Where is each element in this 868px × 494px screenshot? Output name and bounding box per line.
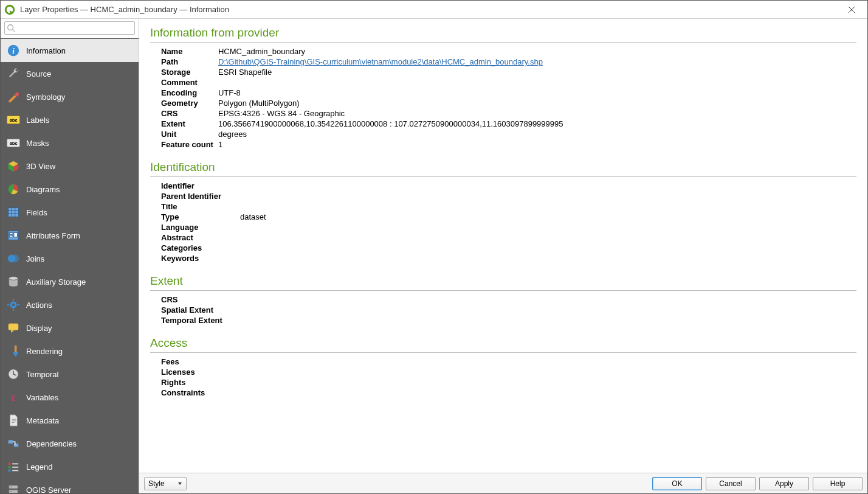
row-language: Language <box>161 222 271 232</box>
sidebar-item-label: Rendering <box>26 347 63 356</box>
svg-point-48 <box>10 487 12 488</box>
row-keywords: Keywords <box>161 253 271 263</box>
content-scroll[interactable]: Information from provider NameHCMC_admin… <box>139 19 867 473</box>
sidebar-item-variables[interactable]: ε Variables <box>1 386 139 409</box>
sidebar-item-temporal[interactable]: Temporal <box>1 363 139 386</box>
access-table: Fees Licenses Rights Constraints <box>161 357 245 398</box>
sidebar-item-legend[interactable]: Legend <box>1 455 139 478</box>
sidebar-item-symbology[interactable]: Symbology <box>1 85 139 108</box>
svg-point-22 <box>9 277 18 280</box>
sidebar-item-label: Information <box>26 46 66 55</box>
sidebar-item-information[interactable]: i Information <box>1 39 139 62</box>
epsilon-icon: ε <box>7 391 20 404</box>
legend-icon <box>7 460 20 473</box>
dialog-window: Layer Properties — HCMC_admin_boundary —… <box>0 0 868 494</box>
sidebar-item-fields[interactable]: Fields <box>1 201 139 224</box>
gear-icon <box>7 298 20 311</box>
section-title-identification: Identification <box>150 161 856 177</box>
sidebar-item-auxiliary-storage[interactable]: Auxiliary Storage <box>1 270 139 293</box>
cancel-button[interactable]: Cancel <box>706 477 756 490</box>
row-abstract: Abstract <box>161 232 271 243</box>
value <box>218 77 568 88</box>
value <box>240 243 271 253</box>
svg-rect-38 <box>9 440 13 444</box>
label: Spatial Extent <box>161 305 240 315</box>
sidebar-item-label: Metadata <box>26 416 59 425</box>
sidebar-item-label: Masks <box>26 139 49 148</box>
label: Type <box>161 212 240 222</box>
row-parent-identifier: Parent Identifier <box>161 191 271 201</box>
label: Name <box>161 46 218 57</box>
masks-icon: abc <box>7 136 20 150</box>
sidebar-item-3dview[interactable]: 3D View <box>1 155 139 178</box>
label: Constraints <box>161 388 240 398</box>
label: Identifier <box>161 181 240 191</box>
search-input[interactable] <box>4 21 135 35</box>
style-dropdown[interactable]: Style <box>144 477 187 490</box>
label: Parent Identifier <box>161 191 240 201</box>
svg-point-20 <box>11 255 19 263</box>
sidebar-item-label: Auxiliary Storage <box>26 277 86 287</box>
sidebar-item-diagrams[interactable]: Diagrams <box>1 178 139 201</box>
value: 1 <box>218 139 568 150</box>
row-temporal-extent: Temporal Extent <box>161 315 245 325</box>
row-geometry: GeometryPolygon (MultiPolygon) <box>161 98 568 108</box>
svg-line-5 <box>13 30 15 32</box>
path-link[interactable]: D:\Github\QGIS-Training\GIS-curriculum\v… <box>218 57 543 66</box>
row-path: PathD:\Github\QGIS-Training\GIS-curricul… <box>161 57 568 67</box>
value: D:\Github\QGIS-Training\GIS-curriculum\v… <box>218 57 568 67</box>
label: Categories <box>161 243 240 253</box>
label: Feature count <box>161 139 218 150</box>
value <box>240 294 245 305</box>
label: Unit <box>161 129 218 139</box>
label: Geometry <box>161 98 218 108</box>
label: Path <box>161 57 218 67</box>
row-type: Typedataset <box>161 212 271 222</box>
dialog-body: i Information Source Symbology abc Label… <box>1 19 867 493</box>
sidebar-item-actions[interactable]: Actions <box>1 293 139 316</box>
close-button[interactable] <box>839 1 864 18</box>
ok-button[interactable]: OK <box>652 477 702 490</box>
row-spatial-extent: Spatial Extent <box>161 305 245 315</box>
svg-rect-47 <box>9 490 18 493</box>
label: CRS <box>161 108 218 119</box>
svg-rect-27 <box>17 304 19 305</box>
content-area: Information from provider NameHCMC_admin… <box>139 19 867 493</box>
sidebar-item-dependencies[interactable]: Dependencies <box>1 432 139 455</box>
svg-rect-26 <box>7 304 10 305</box>
label: Language <box>161 222 240 232</box>
apply-button[interactable]: Apply <box>759 477 809 490</box>
cube-icon <box>7 159 20 173</box>
sidebar-item-qgis-server[interactable]: QGIS Server <box>1 478 139 493</box>
dependencies-icon <box>7 437 20 450</box>
label: Comment <box>161 77 218 88</box>
labels-icon: abc <box>7 113 20 127</box>
sidebar-item-label: 3D View <box>26 162 55 171</box>
value <box>240 181 271 191</box>
row-fees: Fees <box>161 357 245 367</box>
table-icon <box>7 206 20 219</box>
sidebar-item-metadata[interactable]: Metadata <box>1 409 139 432</box>
sidebar-item-rendering[interactable]: Rendering <box>1 339 139 363</box>
section-title-extent: Extent <box>150 274 856 291</box>
sidebar-item-display[interactable]: Display <box>1 316 139 339</box>
label: Keywords <box>161 253 240 263</box>
sidebar-item-label: Attributes Form <box>26 231 80 240</box>
row-categories: Categories <box>161 243 271 253</box>
sidebar-item-label: Fields <box>26 208 47 217</box>
value <box>240 232 271 243</box>
sidebar-item-joins[interactable]: Joins <box>1 247 139 270</box>
identification-table: Identifier Parent Identifier Title Typed… <box>161 181 271 263</box>
value <box>240 253 271 263</box>
sidebar-item-labels[interactable]: abc Labels <box>1 108 139 131</box>
value: EPSG:4326 - WGS 84 - Geographic <box>218 108 568 119</box>
help-button[interactable]: Help <box>813 477 863 490</box>
row-extent: Extent106.3566741900000068,10.3542261100… <box>161 119 568 129</box>
sidebar-item-masks[interactable]: abc Masks <box>1 131 139 155</box>
qgis-icon <box>4 4 15 15</box>
section-title-access: Access <box>150 336 856 353</box>
sidebar-item-source[interactable]: Source <box>1 62 139 85</box>
svg-point-4 <box>8 25 13 30</box>
sidebar-item-attributes-form[interactable]: Attributes Form <box>1 224 139 247</box>
row-licenses: Licenses <box>161 367 245 377</box>
